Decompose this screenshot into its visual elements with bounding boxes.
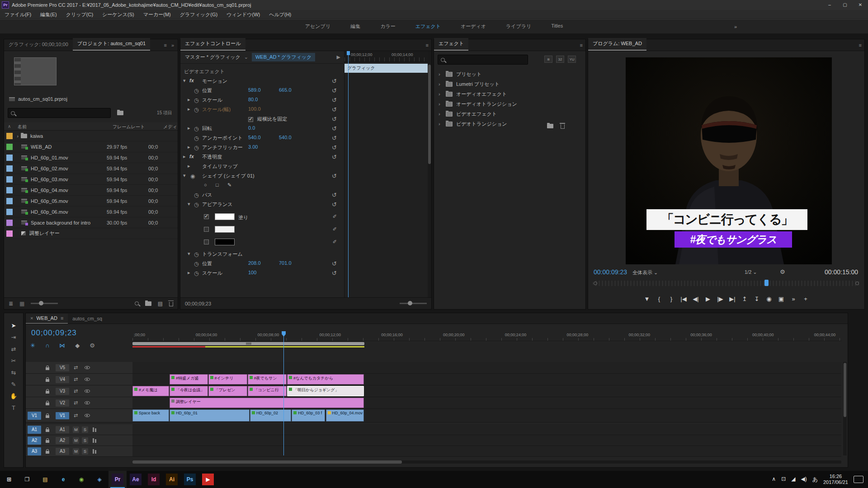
effects-folder[interactable]: › ビデオエフェクト [434,109,585,119]
checkbox[interactable] [204,227,209,232]
timeline-ruler[interactable]: ;00;0000;00;04;0000;00;08;0000;00;12;000… [132,331,841,341]
after-effects-icon[interactable]: Ae [127,471,145,488]
project-item[interactable]: Space background for intro30.00 fps00;0 [4,217,178,228]
timeline-clip[interactable]: #インテリ [208,374,247,385]
twirl-icon[interactable]: › [439,81,442,87]
network-icon[interactable]: ◢ [791,476,795,483]
twirl-icon[interactable]: › [439,111,442,117]
color-swatch[interactable] [215,226,235,233]
icon-view-button[interactable]: ▦ [19,300,24,307]
bin-navigate-icon[interactable] [117,111,123,115]
track-target-a3[interactable]: A3 [56,448,69,455]
effect-row[interactable]: ▸◷スケール80.0↺ [180,97,343,106]
effect-row[interactable]: ▾◷トランスフォーム [180,251,343,260]
minimize-button[interactable]: – [822,0,837,10]
effects-folder[interactable]: › プリセット [434,69,585,79]
timeline-clip[interactable]: #なんでもカタチから [287,374,364,385]
ripple-edit-tool[interactable]: ⇄ [11,346,16,353]
find-button[interactable] [135,301,139,305]
param-value[interactable]: 589.0 [248,87,261,93]
effect-row[interactable]: 塗り✐ [180,212,343,224]
twirl-icon[interactable]: › [439,101,442,107]
timeline-clip[interactable]: 調整レイヤー [170,398,364,408]
track-target-v4[interactable]: V4 [56,376,69,383]
extract-button[interactable]: ↧ [754,296,760,302]
effects-filter-icon[interactable]: ≋ [544,56,552,63]
track-lane-v5[interactable] [132,362,841,374]
reset-icon[interactable]: ↺ [332,125,337,132]
effect-row[interactable]: ◷位置589.0665.0↺ [180,87,343,97]
delete-custom-item-button[interactable] [561,124,565,129]
effect-row[interactable]: ビデオエフェクト [180,68,343,78]
maximize-button[interactable]: ▢ [837,0,853,10]
twirl-icon[interactable]: › [439,91,442,97]
timeline-clip[interactable]: HD_60p_01 [170,409,250,422]
track-header-a2[interactable]: A2A2MS [26,435,132,446]
hand-tool[interactable]: ✋ [10,393,17,400]
effects-folder[interactable]: › Lumetri プリセット [434,79,585,89]
eyedropper-icon[interactable]: ✐ [333,239,337,245]
effects-folder[interactable]: › オーディオエフェクト [434,89,585,99]
pen-tool[interactable]: ✎ [11,381,16,389]
sync-lock-icon[interactable]: ⇄ [74,365,78,371]
timeline-clip[interactable]: 「プレゼン [208,386,247,396]
checkbox[interactable] [248,117,253,122]
eyedropper-icon[interactable]: ✐ [333,226,337,232]
reset-icon[interactable]: ↺ [332,97,337,103]
youtube-icon[interactable]: ▶ [199,471,217,488]
new-bin-button[interactable] [145,301,151,306]
resolution-dropdown[interactable]: 1/2 ⌄ [745,269,757,275]
add-marker-button[interactable]: ▼ [644,296,650,302]
twirl-icon[interactable]: ▸ [188,97,190,103]
workspace-tab[interactable]: 編集 [350,23,360,30]
param-value[interactable]: 665.0 [279,87,292,93]
effect-row[interactable]: ▸◷スケール(幅)100.0↺ [180,106,343,116]
timeline-clip[interactable]: HD_60p_04.mov [50%] [326,409,364,422]
sync-lock-icon[interactable]: ⇄ [74,400,78,406]
twirl-icon[interactable]: ▾ [183,173,186,178]
sync-lock-icon[interactable]: ⇄ [74,413,78,418]
source-patch-a2[interactable]: A2 [28,436,41,445]
go-to-out-button[interactable]: ▶| [729,296,736,302]
track-header-v5[interactable]: V5⇄ [26,362,132,374]
twirl-icon[interactable]: ▾ [183,78,186,84]
panel-menu-icon[interactable]: ≡ [580,42,583,48]
effect-row[interactable]: ▸◷アンチフリッカー3.00↺ [180,144,343,154]
tab-program[interactable]: プログラム: WEB_AD [588,38,646,51]
timeline-clip[interactable]: HD_60p_02 [250,409,291,422]
lock-icon[interactable] [46,403,49,405]
timeline-toggle-icon[interactable]: ▶ [337,54,340,60]
param-value[interactable]: 540.0 [279,135,292,140]
notification-center-icon[interactable] [854,476,863,483]
effect-row[interactable]: ◷パス↺ [180,192,343,201]
param-value[interactable]: 208.0 [248,260,261,266]
track-lane-a3[interactable] [132,446,841,457]
workspace-tab[interactable]: エフェクト [415,23,441,30]
project-item[interactable]: ›kaiwa [4,131,178,141]
effect-row[interactable]: ▸タイムリマップ [180,163,343,173]
sequence-clip-label[interactable]: WEB_AD * グラフィック [252,53,315,61]
project-search-input[interactable] [8,108,111,118]
checkbox[interactable] [204,239,209,244]
track-target-v1[interactable]: V1 [56,412,69,419]
play-button[interactable]: ▶ [705,296,711,302]
task-view-button[interactable]: ❐ [18,471,36,488]
step-back-button[interactable]: ◀| [693,296,699,302]
twirl-icon[interactable]: ▸ [183,154,186,160]
master-clip-label[interactable]: マスター * グラフィック [185,54,241,61]
tab-overflow-icon[interactable]: » [171,42,174,48]
reset-icon[interactable]: ↺ [332,173,337,179]
track-output-eye-icon[interactable] [85,366,90,369]
mark-in-button[interactable]: { [656,296,662,302]
twirl-icon[interactable]: › [439,71,442,77]
start-button[interactable]: ⊞ [0,471,18,488]
lift-button[interactable]: ↥ [741,296,748,302]
workspace-overflow-icon[interactable]: » [734,24,737,29]
effect-controls-timeline[interactable]: 00;00;12;00 00;00;14;00 グラフィック [344,51,428,297]
tab-effect-controls[interactable]: エフェクトコントロール [180,38,245,51]
file-explorer-icon[interactable]: ▤ [36,471,54,488]
reset-icon[interactable]: ↺ [332,144,337,151]
reset-icon[interactable]: ↺ [332,154,337,160]
vertical-scrollbar[interactable] [428,51,431,297]
zoom-slider[interactable] [31,303,58,304]
